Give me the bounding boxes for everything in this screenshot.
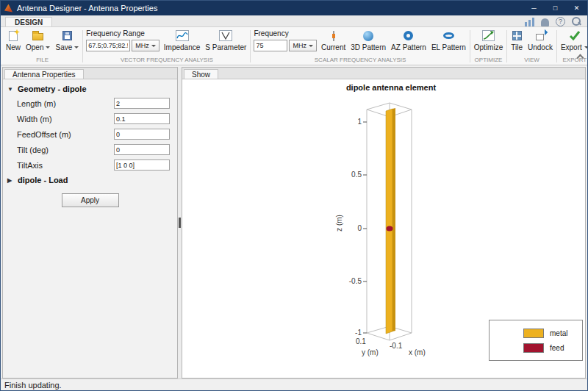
new-button-label: New [6,43,21,51]
undock-button[interactable]: Undock [526,28,555,51]
new-file-icon [9,31,18,41]
z-axis-label: z (m) [335,211,343,236]
vector-section-label: VECTOR FREQUENCY ANALYSIS [85,57,248,65]
open-dropdown-caret-icon [46,46,50,49]
optimize-section: Optimize OPTIMIZE [470,28,506,65]
impedance-plot-icon [176,30,189,41]
tilt-field-row: Tilt (deg) [3,142,177,157]
left-panel-tab-strip: Antenna Properties [3,68,177,79]
feed-legend-label: feed [550,344,564,352]
x-tick-label: -0.1 [390,342,402,350]
notifications-icon[interactable] [541,18,549,26]
z-tick-label: -0.5 [345,277,362,285]
legend-item-feed: feed [523,343,582,353]
feedoffset-input[interactable] [114,129,170,140]
length-field-row: Length (m) [3,96,177,111]
frequency-range-unit-caret-icon [151,45,156,47]
frequency-input[interactable] [254,40,287,51]
open-button-label: Open [26,43,43,51]
tiltaxis-field-row: TiltAxis [3,157,177,173]
x-axis-label: x (m) [409,348,426,356]
view-section-label: VIEW [509,57,555,65]
main-area: Antenna Properties ▼ Geometry - dipole L… [1,65,587,379]
el-pattern-button-label: EL Pattern [431,43,466,51]
export-check-icon [569,30,581,41]
new-button[interactable]: New [4,28,23,51]
help-glyph: ? [559,18,562,25]
file-section: New Open Save FILE [2,28,82,65]
impedance-button[interactable]: Impedance [162,28,202,51]
export-button-label: Export [561,43,582,51]
metal-legend-label: metal [550,329,567,337]
pattern-3d-icon [363,31,373,41]
quick-access-toolbar: ? [525,17,581,26]
current-distribution-icon [330,30,337,42]
az-pattern-button[interactable]: AZ Pattern [389,28,429,51]
length-input[interactable] [114,98,170,109]
tile-button-label: Tile [511,43,523,51]
load-section-header[interactable]: ▶ dipole - Load [3,173,177,187]
s-parameter-icon [219,30,232,41]
z-tick-label: -1 [345,329,362,337]
y-tick-label: 0.1 [356,337,366,345]
antenna-properties-panel: Antenna Properties ▼ Geometry - dipole L… [2,67,178,379]
open-folder-icon [32,33,43,40]
optimize-button-label: Optimize [474,43,503,51]
undock-icon [536,34,544,40]
view-section: Tile Undock VIEW [507,28,556,65]
plot-legend: metal feed [489,320,583,361]
export-button[interactable]: Export [559,28,588,51]
optimize-button[interactable]: Optimize [472,28,505,51]
geometry-section-title: Geometry - dipole [18,85,87,93]
az-pattern-icon [404,31,413,40]
tab-show[interactable]: Show [184,69,218,79]
apply-button[interactable]: Apply [62,193,119,207]
app-logo-icon [4,4,12,12]
panel-splitter[interactable] [178,67,182,379]
s-parameter-button[interactable]: S Parameter [203,28,248,51]
feedoffset-field-row: FeedOffset (m) [3,126,177,142]
width-input[interactable] [114,113,170,124]
frequency-range-input[interactable] [86,40,130,51]
maximize-button[interactable]: □ [545,1,566,15]
save-button[interactable]: Save [53,28,81,51]
help-icon[interactable]: ? [556,17,565,26]
el-pattern-button[interactable]: EL Pattern [429,28,468,51]
titlebar: Antenna Designer - Antenna Properties ─ … [1,1,587,15]
current-button[interactable]: Current [319,28,348,51]
vector-frequency-section: Frequency Range MHz [83,28,250,65]
frequency-unit-dropdown[interactable]: MHz [289,40,317,51]
legend-item-metal: metal [523,329,582,338]
plot-area[interactable]: dipole antenna element [182,79,585,378]
stats-icon[interactable] [525,17,534,26]
open-button[interactable]: Open [24,28,52,51]
width-label: Width (m) [17,115,114,123]
s-parameter-button-label: S Parameter [205,43,246,51]
plot-panel: Show dipole antenna element [182,67,586,379]
collapse-triangle-icon: ▼ [7,86,14,93]
feedoffset-label: FeedOffset (m) [17,130,114,139]
tilt-input[interactable] [114,144,170,155]
properties-form: ▼ Geometry - dipole Length (m) Width (m)… [3,79,177,378]
el-pattern-icon [443,32,454,39]
tiltaxis-input[interactable] [114,159,170,171]
search-icon[interactable] [572,17,581,26]
pattern-3d-button-label: 3D Pattern [351,43,386,51]
save-disk-icon [62,31,72,40]
tab-antenna-properties[interactable]: Antenna Properties [4,69,84,79]
pattern-3d-button[interactable]: 3D Pattern [348,28,388,51]
frequency-range-unit-dropdown[interactable]: MHz [132,40,159,51]
window-title: Antenna Designer - Antenna Properties [17,4,157,12]
optimize-section-label: OPTIMIZE [472,57,505,65]
close-button[interactable]: ✕ [566,1,587,15]
tab-design[interactable]: DESIGN [5,17,52,26]
frequency-unit-caret-icon [309,45,313,47]
current-button-label: Current [321,43,345,51]
undock-button-label: Undock [528,43,553,51]
tile-button[interactable]: Tile [509,28,525,51]
geometry-section-header[interactable]: ▼ Geometry - dipole [3,82,177,96]
expand-triangle-icon: ▶ [7,177,14,184]
minimize-button[interactable]: ─ [523,1,545,15]
tilt-label: Tilt (deg) [17,146,114,154]
frequency-range-unit-value: MHz [135,42,149,49]
